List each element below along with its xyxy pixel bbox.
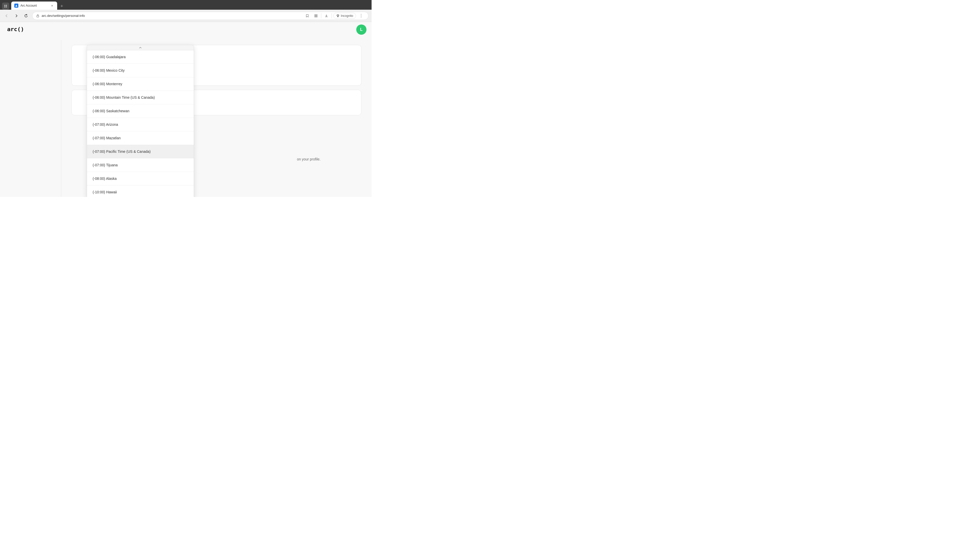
bookmark-icon[interactable] — [304, 12, 311, 19]
back-button[interactable] — [3, 12, 10, 19]
address-input[interactable]: arc.dev/settings/personal-info — [32, 12, 369, 20]
address-icons: Incognito ⋮ — [304, 12, 365, 19]
tab-close-button[interactable]: ✕ — [50, 3, 54, 8]
download-icon[interactable] — [323, 12, 330, 19]
incognito-badge[interactable]: Incognito — [333, 13, 356, 19]
divider — [321, 13, 321, 18]
timezone-item[interactable]: (-06:00) Mountain Time (US & Canada) — [87, 91, 194, 104]
lock-icon — [36, 14, 40, 17]
incognito-label: Incognito — [341, 14, 353, 17]
sidebar — [0, 40, 61, 197]
timezone-item[interactable]: (-08:00) Alaska — [87, 172, 194, 186]
user-avatar[interactable]: L — [356, 24, 366, 35]
address-bar: arc.dev/settings/personal-info — [0, 10, 372, 22]
timezone-item[interactable]: (-07:00) Tijuana — [87, 159, 194, 172]
svg-rect-4 — [37, 16, 39, 17]
timezone-item[interactable]: (-06:00) Mexico City — [87, 64, 194, 77]
timezone-item[interactable]: (-07:00) Arizona — [87, 118, 194, 131]
timezone-item[interactable]: (-06:00) Saskatchewan — [87, 104, 194, 118]
forward-button[interactable] — [13, 12, 20, 19]
scroll-up-arrow[interactable] — [87, 45, 194, 50]
svg-rect-0 — [4, 5, 5, 6]
more-options-button[interactable]: ⋮ — [358, 12, 365, 19]
svg-rect-7 — [315, 16, 316, 17]
page-content: arc() L on your profile. — [0, 22, 372, 197]
timezone-item[interactable]: (-06:00) Guadalajara — [87, 50, 194, 64]
svg-rect-8 — [316, 16, 317, 17]
timezone-item[interactable]: (-07:00) Pacific Time (US & Canada) — [87, 145, 194, 159]
dropdown-scroll-container[interactable]: (-06:00) Guadalajara(-06:00) Mexico City… — [87, 50, 194, 197]
divider2 — [331, 13, 332, 18]
timezone-item[interactable]: (-07:00) Mazatlan — [87, 131, 194, 145]
active-tab[interactable]: Arc Account ✕ — [11, 2, 57, 10]
arc-logo[interactable]: arc() — [7, 26, 24, 32]
refresh-button[interactable] — [22, 12, 30, 19]
timezone-item[interactable]: (-06:00) Monterrey — [87, 77, 194, 91]
tab-favicon — [14, 3, 18, 8]
svg-rect-6 — [316, 14, 317, 16]
new-tab-button[interactable]: + — [58, 3, 65, 10]
svg-rect-3 — [6, 6, 7, 7]
extensions-icon[interactable] — [312, 12, 320, 19]
svg-rect-2 — [4, 6, 5, 7]
svg-rect-1 — [6, 5, 7, 6]
url-text: arc.dev/settings/personal-info — [41, 14, 85, 17]
main-layout: on your profile. (-06:00) Guadalajara(-0… — [0, 40, 372, 197]
profile-text: on your profile. — [297, 157, 321, 161]
content-area: on your profile. (-06:00) Guadalajara(-0… — [61, 40, 372, 197]
tab-bar: Arc Account ✕ + — [0, 0, 372, 10]
svg-rect-5 — [315, 14, 316, 16]
incognito-icon — [336, 14, 340, 17]
tab-title: Arc Account — [21, 4, 48, 7]
timezone-dropdown: (-06:00) Guadalajara(-06:00) Mexico City… — [87, 45, 194, 197]
timezone-item[interactable]: (-10:00) Hawaii — [87, 186, 194, 197]
tab-group-button[interactable] — [2, 3, 9, 10]
